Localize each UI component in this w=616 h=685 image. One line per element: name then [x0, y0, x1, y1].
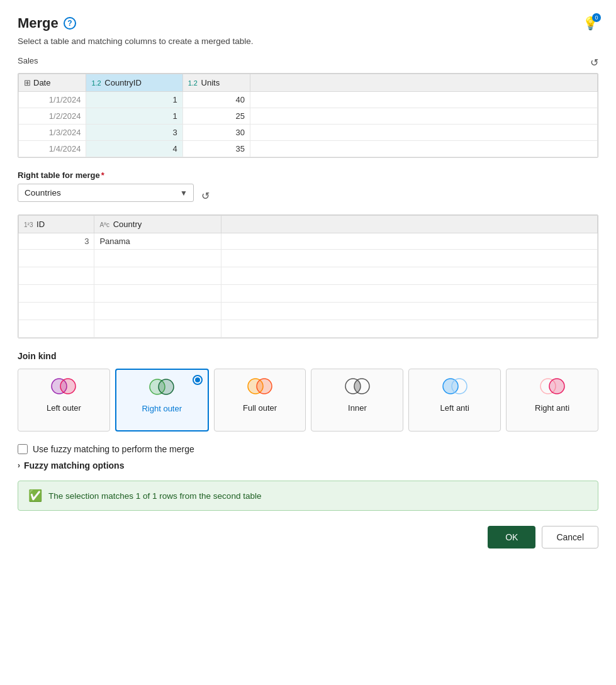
- sales-table-wrapper: ⊞Date 1.2 CountryID 1.2 Units 1/1/2024 1…: [18, 73, 598, 158]
- sales-row-2: 1/2/2024 1 25: [19, 108, 598, 125]
- help-icon[interactable]: ?: [64, 17, 76, 30]
- full-outer-label: Full outer: [243, 403, 277, 413]
- join-option-right-outer[interactable]: Right outer: [115, 369, 209, 432]
- right-table-wrapper: 1²3 ID Aᴮc Country 3 Panama: [18, 214, 598, 338]
- right-empty-row-2: [19, 250, 598, 267]
- right-col-empty: [221, 216, 598, 233]
- required-star: *: [101, 170, 104, 180]
- join-option-left-outer[interactable]: Left outer: [18, 369, 110, 432]
- fuzzy-options-toggle[interactable]: › Fuzzy matching options: [18, 460, 598, 471]
- right-table-dropdown-wrapper: Countries ▼: [18, 184, 194, 202]
- join-option-inner[interactable]: Inner: [311, 369, 403, 432]
- right-col-country[interactable]: Aᴮc Country: [94, 216, 221, 233]
- sales-col-units[interactable]: 1.2 Units: [182, 74, 250, 92]
- sales-col-countryid[interactable]: 1.2 CountryID: [86, 74, 182, 92]
- inner-label: Inner: [348, 403, 367, 413]
- join-options: Left outer Right outer Full outer: [18, 369, 598, 432]
- right-empty-row-6: [19, 320, 598, 338]
- svg-point-5: [257, 379, 272, 394]
- right-table: 1²3 ID Aᴮc Country 3 Panama: [18, 215, 598, 338]
- right-col-id[interactable]: 1²3 ID: [19, 216, 94, 233]
- right-table-refresh-icon[interactable]: ↺: [201, 190, 210, 202]
- chevron-right-icon: ›: [18, 461, 20, 470]
- ok-button[interactable]: OK: [488, 526, 535, 549]
- sales-table: ⊞Date 1.2 CountryID 1.2 Units 1/1/2024 1…: [18, 74, 598, 157]
- inner-venn: [342, 377, 372, 396]
- right-table-dropdown[interactable]: Countries: [18, 184, 194, 202]
- join-option-full-outer[interactable]: Full outer: [214, 369, 306, 432]
- sales-refresh-icon[interactable]: ↺: [590, 57, 598, 69]
- full-outer-venn: [245, 377, 275, 396]
- left-anti-label: Left anti: [440, 403, 469, 413]
- sales-col-date[interactable]: ⊞Date: [19, 74, 86, 92]
- right-anti-venn: [537, 377, 568, 396]
- fuzzy-section: Use fuzzy matching to perform the merge …: [18, 444, 598, 471]
- join-kind-section: Join kind Left outer Right outer Fu: [18, 351, 598, 432]
- status-message: The selection matches 1 of 1 rows from t…: [48, 491, 261, 501]
- right-table-label: Right table for merge*: [18, 170, 598, 180]
- fuzzy-checkbox[interactable]: [18, 444, 28, 454]
- right-anti-label: Right anti: [535, 403, 569, 413]
- right-row-1: 3 Panama: [19, 233, 598, 250]
- right-empty-row-3: [19, 267, 598, 285]
- status-bar: ✅ The selection matches 1 of 1 rows from…: [18, 481, 598, 511]
- svg-point-11: [549, 379, 564, 394]
- right-outer-label: Right outer: [142, 404, 182, 413]
- status-check-icon: ✅: [28, 489, 42, 503]
- join-option-left-anti[interactable]: Left anti: [408, 369, 501, 432]
- radio-dot-right-outer: [193, 375, 203, 385]
- fuzzy-checkbox-label[interactable]: Use fuzzy matching to perform the merge: [33, 444, 194, 454]
- right-outer-venn: [147, 377, 177, 396]
- left-outer-label: Left outer: [47, 403, 81, 413]
- cancel-button[interactable]: Cancel: [542, 526, 598, 549]
- footer-buttons: OK Cancel: [18, 526, 598, 549]
- svg-point-8: [443, 379, 458, 394]
- notification-badge: 0: [592, 13, 601, 22]
- right-empty-row-4: [19, 285, 598, 303]
- table-icon: ⊞: [24, 78, 31, 87]
- sales-row-1: 1/1/2024 1 40: [19, 92, 598, 108]
- fuzzy-checkbox-row: Use fuzzy matching to perform the merge: [18, 444, 598, 454]
- sales-section-header: Sales ↺: [18, 56, 598, 69]
- sales-row-4: 1/4/2024 4 35: [19, 141, 598, 157]
- svg-point-3: [159, 379, 174, 394]
- fuzzy-options-label: Fuzzy matching options: [24, 460, 124, 471]
- svg-point-1: [60, 379, 76, 394]
- title-group: Merge ?: [18, 15, 76, 31]
- join-kind-label: Join kind: [18, 351, 598, 361]
- left-outer-venn: [48, 377, 79, 396]
- lightbulb-icon[interactable]: 💡 0: [583, 16, 598, 31]
- sales-col-empty: [250, 74, 598, 92]
- right-empty-row-5: [19, 303, 598, 320]
- join-option-right-anti[interactable]: Right anti: [506, 369, 598, 432]
- right-table-section: Right table for merge* Countries ▼ ↺ 1²3…: [18, 170, 598, 338]
- dialog-header: Merge ? 💡 0: [18, 15, 598, 31]
- sales-row-3: 1/3/2024 3 30: [19, 125, 598, 141]
- sales-label: Sales: [18, 56, 38, 65]
- left-anti-venn: [440, 377, 470, 396]
- page-title: Merge: [18, 15, 59, 31]
- subtitle: Select a table and matching columns to c…: [18, 36, 598, 46]
